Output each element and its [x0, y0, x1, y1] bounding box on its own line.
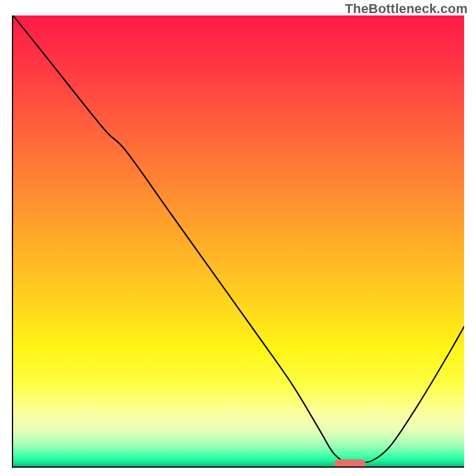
- optimal-range-marker: [334, 459, 366, 468]
- watermark-text: TheBottleneck.com: [345, 1, 468, 17]
- chart-plot-area: [12, 15, 464, 468]
- bottleneck-curve: [13, 15, 464, 466]
